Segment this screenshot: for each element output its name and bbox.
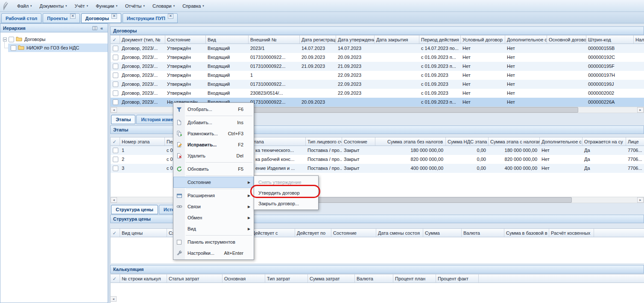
tree-node-checkbox[interactable]	[11, 45, 16, 51]
context-menu-item-toolbar[interactable]: Панель инструментов	[173, 236, 254, 248]
tab-contracts[interactable]: Договоры✕	[81, 13, 121, 23]
column-header[interactable]: Период действия	[419, 35, 461, 44]
table-row[interactable]: Договор, 2023/...УтверждёнВходящий017310…	[111, 62, 644, 71]
table-row[interactable]: Договор, 2023/...УтверждёнВходящий122.09…	[111, 71, 644, 80]
column-header[interactable]: Сумма НДС этапа	[446, 137, 489, 146]
column-header[interactable]: Состояние	[342, 137, 375, 146]
menubar-item-reports[interactable]: Отчёты▾	[122, 1, 149, 11]
tab-pup-instructions[interactable]: Инструкции ПУП✕	[123, 13, 178, 23]
context-menu-item-filter[interactable]: Отобрать...F6	[173, 104, 254, 115]
column-header[interactable]: Валюта	[462, 229, 504, 237]
column-header[interactable]: Сумма этапа без налогов	[375, 137, 446, 146]
column-header[interactable]: Дата утверждения	[336, 35, 375, 44]
column-header[interactable]: Дополнительное с	[540, 137, 583, 146]
column-header[interactable]: Отражается на су	[583, 137, 626, 146]
column-header[interactable]: Сумма	[423, 229, 462, 237]
menubar-item-dictionaries[interactable]: Словари▾	[149, 1, 179, 11]
column-header[interactable]: Налог	[634, 35, 644, 44]
column-header[interactable]: Состояние	[331, 229, 376, 237]
context-menu-item-refresh[interactable]: ОбновитьF5	[173, 163, 254, 175]
menubar-item-functions[interactable]: Функции▾	[92, 1, 122, 11]
column-header[interactable]: Расчёт косвенных	[549, 229, 594, 237]
menubar-item-help[interactable]: Справка▾	[179, 1, 208, 11]
column-header[interactable]: № строки калькул	[120, 274, 167, 283]
column-header[interactable]: Номер этапа	[120, 137, 165, 146]
column-header[interactable]: Действует с	[250, 229, 295, 237]
column-header[interactable]: Вид цены	[120, 229, 167, 237]
select-column-header[interactable]: ✓	[111, 137, 120, 146]
table-row[interactable]: Договор, 2023/...УтверждёнВходящий230823…	[111, 89, 644, 98]
table-row[interactable]: Договор, 2023/...УтверждёнВходящий2023/1…	[111, 44, 644, 53]
context-menu-item-exchange[interactable]: Обмен▶	[173, 212, 254, 223]
tree-node-niokr[interactable]: НИОКР по ГОЗ без НДС	[8, 44, 108, 52]
tab-close-icon[interactable]: ✕	[111, 14, 117, 19]
context-menu-item-view[interactable]: Вид▶	[173, 223, 254, 234]
column-header[interactable]: Дополнительное с	[505, 35, 547, 44]
tree-node-contracts[interactable]: Договоры	[0, 35, 108, 44]
column-header[interactable]: Статья затрат	[167, 274, 222, 283]
select-column-header[interactable]: ✓	[111, 229, 120, 237]
context-menu-item-delete[interactable]: УдалитьDel	[173, 150, 254, 161]
menubar-item-file[interactable]: Файл▾	[14, 1, 36, 11]
submenu-item-approve[interactable]: Утвердить договор	[254, 187, 318, 198]
column-header[interactable]: Сумма в базовой в	[504, 229, 549, 237]
table-row[interactable]: Договор, 2023/...УтверждёнВходящий017310…	[111, 53, 644, 62]
column-header[interactable]: Штрих-код	[586, 35, 634, 44]
column-header[interactable]: Процент план	[393, 274, 436, 283]
column-header[interactable]: Внешний №	[249, 35, 300, 44]
row-checkbox[interactable]	[113, 55, 118, 60]
column-header[interactable]: Дата закрытия	[375, 35, 419, 44]
scroll-left-button[interactable]: ◄	[110, 296, 117, 302]
tree-node-checkbox[interactable]	[9, 37, 14, 42]
context-menu-item-edit[interactable]: Исправить...F2	[173, 139, 254, 150]
row-checkbox[interactable]	[113, 82, 118, 87]
column-header[interactable]: Тип лицевого счёт	[306, 137, 342, 146]
select-column-header[interactable]: ✓	[111, 274, 120, 283]
row-checkbox[interactable]	[113, 46, 118, 51]
row-checkbox[interactable]	[113, 90, 118, 96]
column-header[interactable]: Условный договор	[461, 35, 505, 44]
column-header[interactable]: Состояние	[165, 35, 206, 44]
column-header[interactable]: Лице	[626, 137, 644, 146]
context-menu-item-state[interactable]: Состояние▶	[173, 177, 254, 188]
row-checkbox[interactable]	[113, 64, 118, 69]
column-header[interactable]: Дата регистрации	[300, 35, 336, 44]
tab-close-icon[interactable]: ✕	[70, 14, 76, 19]
price-tab-0[interactable]: Структура цены	[111, 205, 158, 214]
table-row[interactable]: Договор, 2023/...УтверждёнВходящий017310…	[111, 80, 644, 89]
context-menu-item-settings[interactable]: Настройки...Alt+Enter	[173, 248, 254, 259]
row-checkbox[interactable]	[113, 166, 118, 171]
column-header[interactable]: Вид	[206, 35, 249, 44]
context-menu-item-add[interactable]: Добавить...Ins	[173, 117, 254, 128]
select-column-header[interactable]: ✓	[111, 35, 120, 44]
stages-tab-0[interactable]: Этапы	[111, 115, 135, 124]
row-checkbox[interactable]	[113, 157, 118, 162]
menubar-item-documents[interactable]: Документы▾	[36, 1, 71, 11]
tab-projects[interactable]: Проекты✕	[43, 13, 79, 23]
column-header[interactable]: Дата смены состоя	[376, 229, 423, 237]
column-header[interactable]: Основная	[222, 274, 265, 283]
scroll-left-button[interactable]: ◄	[111, 197, 117, 203]
column-header[interactable]: Сумма этапа с налогами	[489, 137, 540, 146]
tab-close-icon[interactable]: ✕	[168, 14, 173, 19]
column-header[interactable]: Сумма затрат	[308, 274, 355, 283]
context-menu-item-links[interactable]: Связи▶	[173, 201, 254, 212]
column-header[interactable]: Действует по	[295, 229, 331, 237]
row-checkbox[interactable]	[113, 99, 118, 105]
hierarchy-collapse-button[interactable]: «	[98, 25, 105, 31]
submenu-item-close-contract[interactable]: Закрыть договор...	[254, 198, 318, 209]
column-header[interactable]: Документ (тип, №	[120, 35, 165, 44]
tab-desktop[interactable]: Рабочий стол	[1, 13, 41, 23]
context-menu-item-extensions[interactable]: Расширения▶	[173, 190, 254, 201]
scroll-right-button[interactable]: ►	[637, 197, 644, 203]
scroll-right-button[interactable]: ►	[637, 107, 644, 113]
column-header[interactable]: Тип затрат	[265, 274, 308, 283]
column-header[interactable]: Процент факт	[436, 274, 479, 283]
column-header[interactable]: Основной договор	[547, 35, 586, 44]
hierarchy-columns-button[interactable]	[91, 25, 98, 31]
column-header[interactable]: Валюта	[355, 274, 393, 283]
row-checkbox[interactable]	[113, 148, 118, 153]
context-menu-item-duplicate[interactable]: Размножить...Ctrl+F3	[173, 128, 254, 139]
row-checkbox[interactable]	[113, 73, 118, 78]
menubar-item-accounting[interactable]: Учёт▾	[71, 1, 92, 11]
